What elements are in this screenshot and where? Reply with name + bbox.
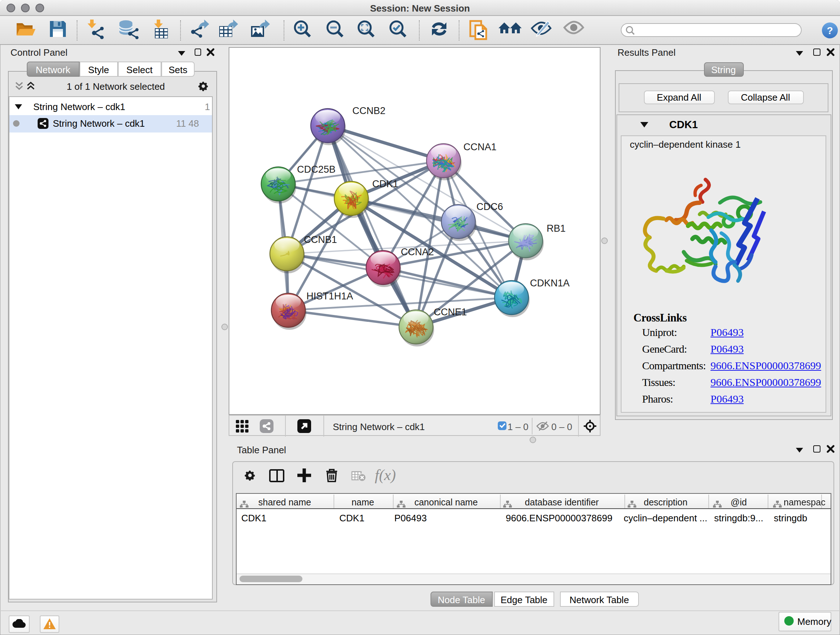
svg-text:CDK1: CDK1 <box>372 179 398 189</box>
svg-text:CDC6: CDC6 <box>477 201 503 212</box>
svg-text:HIST1H1A: HIST1H1A <box>306 291 353 302</box>
svg-text:CCNB1: CCNB1 <box>304 234 337 245</box>
svg-text:CDC25B: CDC25B <box>297 164 336 175</box>
svg-text:CCNA1: CCNA1 <box>463 141 497 152</box>
svg-text:CCNE1: CCNE1 <box>434 307 467 318</box>
svg-text:CDKN1A: CDKN1A <box>530 278 570 288</box>
svg-text:CCNB2: CCNB2 <box>352 105 386 116</box>
svg-text:CCNA2: CCNA2 <box>401 247 434 257</box>
svg-text:RB1: RB1 <box>546 223 566 234</box>
